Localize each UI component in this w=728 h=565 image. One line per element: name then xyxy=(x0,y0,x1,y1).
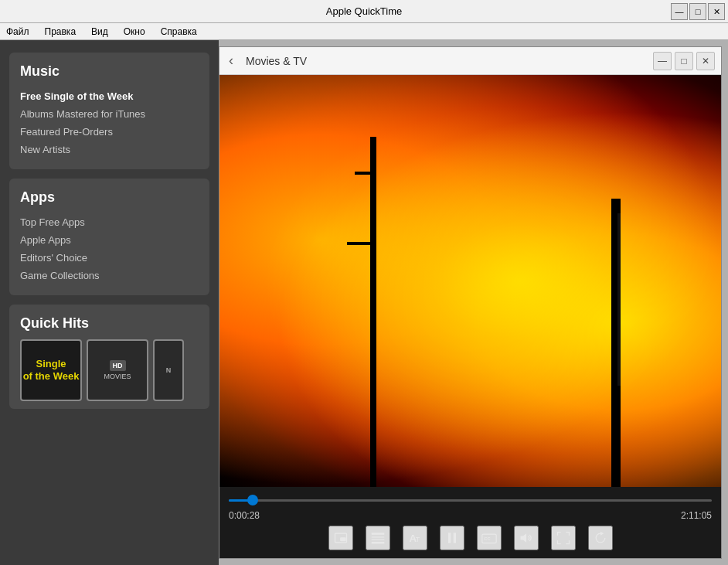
title-bar: Apple QuickTime — □ ✕ xyxy=(0,0,728,23)
movies-maximize-button[interactable]: □ xyxy=(675,52,693,70)
maximize-button[interactable]: □ xyxy=(689,3,706,20)
close-button[interactable]: ✕ xyxy=(708,3,725,20)
movies-minimize-button[interactable]: — xyxy=(653,52,672,70)
movies-title-bar: ‹ Movies & TV — □ ✕ xyxy=(219,47,721,75)
partial-label: N xyxy=(166,366,172,374)
sidebar-link-top-free-apps[interactable]: Top Free Apps xyxy=(20,213,199,231)
svg-rect-2 xyxy=(371,533,384,535)
trim-button[interactable] xyxy=(366,526,390,550)
sidebar-link-free-single[interactable]: Free Single of the Week xyxy=(20,87,199,105)
menu-view[interactable]: Вид xyxy=(88,25,111,39)
minimize-button[interactable]: — xyxy=(671,3,688,20)
progress-thumb[interactable] xyxy=(247,495,258,505)
aspect-ratio-button[interactable] xyxy=(328,526,353,550)
volume-button[interactable] xyxy=(514,526,539,550)
controls-row: A T CC xyxy=(229,526,712,550)
total-time: 2:11:05 xyxy=(681,510,712,521)
hd-badge: HD xyxy=(110,360,126,371)
single-of-week-text: Singleof the Week xyxy=(23,358,80,382)
pause-button[interactable] xyxy=(440,526,464,550)
svg-rect-5 xyxy=(371,542,384,544)
svg-rect-9 xyxy=(453,533,455,543)
movies-back-button[interactable]: ‹ xyxy=(229,53,233,69)
svg-rect-4 xyxy=(371,539,384,540)
movies-window-title: Movies & TV xyxy=(246,55,307,67)
sidebar-music-title: Music xyxy=(20,63,199,80)
menu-file[interactable]: Файл xyxy=(3,25,32,39)
title-bar-controls: — □ ✕ xyxy=(671,3,725,20)
fullscreen-button[interactable] xyxy=(551,526,576,550)
svg-marker-13 xyxy=(600,532,604,536)
sidebar-link-apple-apps[interactable]: Apple Apps xyxy=(20,231,199,249)
main-content: Music Free Single of the Week Albums Mas… xyxy=(0,40,728,565)
progress-container[interactable] xyxy=(229,493,712,507)
svg-marker-12 xyxy=(520,533,526,543)
sidebar-link-new-artists[interactable]: New Artists xyxy=(20,141,199,158)
sidebar-link-featured-preorders[interactable]: Featured Pre-Orders xyxy=(20,123,199,141)
progress-track[interactable] xyxy=(229,499,712,502)
menu-edit[interactable]: Правка xyxy=(42,25,80,39)
cc-button[interactable]: CC xyxy=(477,526,502,550)
video-content xyxy=(219,75,721,487)
svg-rect-1 xyxy=(340,537,346,541)
svg-rect-3 xyxy=(371,536,384,537)
sidebar-link-editors-choice[interactable]: Editors' Choice xyxy=(20,249,199,267)
trim-icon xyxy=(370,530,386,546)
hd-movies-label: MOVIES xyxy=(104,373,131,380)
svg-text:CC: CC xyxy=(484,536,491,541)
replay-button[interactable] xyxy=(588,526,613,550)
tower-right-silhouette xyxy=(611,199,621,487)
movies-window: ‹ Movies & TV — □ ✕ xyxy=(219,46,722,559)
sidebar: Music Free Single of the Week Albums Mas… xyxy=(0,40,219,565)
font-icon: A T xyxy=(407,530,423,546)
font-button[interactable]: A T xyxy=(403,526,427,550)
quick-hit-single-of-week[interactable]: Singleof the Week xyxy=(20,339,82,401)
menu-bar: Файл Правка Вид Окно Справка xyxy=(0,23,728,40)
aspect-ratio-icon xyxy=(333,530,349,546)
sidebar-section-apps: Apps Top Free Apps Apple Apps Editors' C… xyxy=(9,179,209,295)
replay-icon xyxy=(593,530,608,546)
movies-close-button[interactable]: ✕ xyxy=(696,52,715,70)
sidebar-section-music: Music Free Single of the Week Albums Mas… xyxy=(9,53,209,169)
sidebar-apps-title: Apps xyxy=(20,189,199,206)
sidebar-section-quick-hits: Quick Hits Singleof the Week HD MOVIES N xyxy=(9,305,209,409)
quick-hits-items: Singleof the Week HD MOVIES N xyxy=(20,339,199,401)
movies-window-controls: — □ ✕ xyxy=(653,52,715,70)
video-area[interactable] xyxy=(219,75,721,487)
quick-hits-title: Quick Hits xyxy=(20,315,199,332)
sidebar-link-albums-mastered[interactable]: Albums Mastered for iTunes xyxy=(20,105,199,123)
volume-icon xyxy=(519,530,534,546)
menu-window[interactable]: Окно xyxy=(121,25,148,39)
pause-icon xyxy=(444,530,460,546)
quick-hit-partial[interactable]: N xyxy=(153,339,184,401)
cc-icon: CC xyxy=(481,530,497,546)
time-row: 0:00:28 2:11:05 xyxy=(229,510,712,521)
fullscreen-icon xyxy=(556,530,571,546)
current-time: 0:00:28 xyxy=(229,510,260,521)
menu-help[interactable]: Справка xyxy=(158,25,200,39)
tower-left-silhouette xyxy=(370,137,376,487)
control-bar: 0:00:28 2:11:05 xyxy=(219,487,721,558)
app-title: Apple QuickTime xyxy=(326,5,403,17)
quick-hit-hd-movies[interactable]: HD MOVIES xyxy=(87,339,148,401)
sidebar-link-game-collections[interactable]: Game Collections xyxy=(20,267,199,284)
svg-text:T: T xyxy=(415,536,420,543)
svg-rect-8 xyxy=(448,533,451,543)
